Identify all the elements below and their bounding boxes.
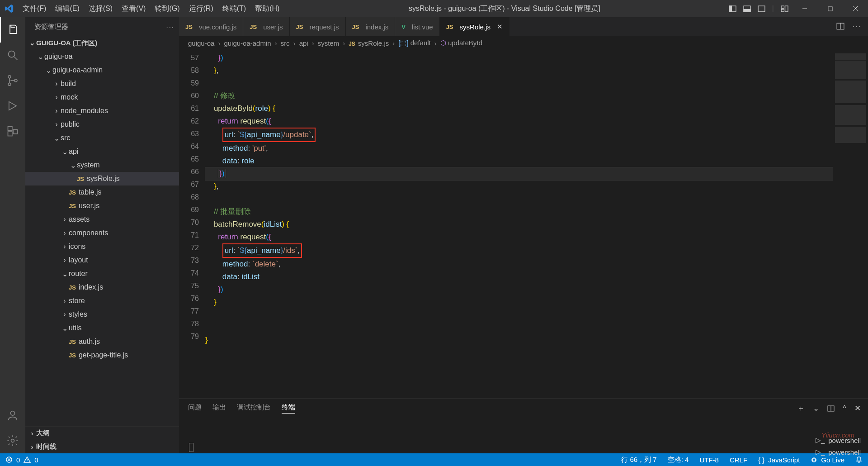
tree-item[interactable]: JSindex.js <box>25 281 179 294</box>
file-tree[interactable]: ⌄guigu-oa⌄guigu-oa-admin›build›mock›node… <box>25 50 179 426</box>
panel-tab[interactable]: 终端 <box>282 403 295 414</box>
menu-item[interactable]: 终端(T) <box>218 4 250 14</box>
close-tab-icon[interactable]: ✕ <box>497 23 503 31</box>
tree-item[interactable]: ›components <box>25 226 179 240</box>
terminal-dropdown-icon[interactable]: ⌄ <box>813 404 819 413</box>
maximize-button[interactable] <box>817 0 843 17</box>
tree-item[interactable]: ⌄utils <box>25 321 179 335</box>
panel-tab[interactable]: 输出 <box>212 403 226 414</box>
extensions-icon[interactable] <box>0 119 25 144</box>
breadcrumb-item[interactable]: src <box>281 39 290 47</box>
tree-item[interactable]: JSsysRole.js <box>25 172 179 185</box>
tree-item[interactable]: ›public <box>25 118 179 131</box>
minimap[interactable] <box>833 50 868 398</box>
panel-tab[interactable]: 问题 <box>188 403 202 414</box>
editor-tab[interactable]: Vlist.vue <box>395 17 439 36</box>
editor-tab[interactable]: JSvue.config.js <box>179 17 243 36</box>
breadcrumb-item[interactable]: guigu-oa-admin <box>224 39 271 47</box>
more-icon[interactable]: ··· <box>166 23 175 31</box>
new-terminal-icon[interactable]: ＋ <box>797 403 805 414</box>
svg-line-13 <box>14 57 18 60</box>
explorer-icon[interactable] <box>0 17 25 43</box>
svg-rect-7 <box>781 9 784 11</box>
tree-item[interactable]: ›layout <box>25 253 179 267</box>
menu-item[interactable]: 运行(R) <box>184 4 218 14</box>
settings-gear-icon[interactable] <box>0 428 25 453</box>
maximize-panel-icon[interactable]: ^ <box>843 404 846 413</box>
menu-item[interactable]: 查看(V) <box>117 4 150 14</box>
menu-item[interactable]: 帮助(H) <box>250 4 284 14</box>
tree-item[interactable]: JSget-page-title.js <box>25 348 179 362</box>
status-encoding[interactable]: UTF-8 <box>694 453 724 466</box>
menu-item[interactable]: 选择(S) <box>84 4 117 14</box>
svg-rect-18 <box>8 132 12 136</box>
svg-rect-3 <box>744 9 750 11</box>
tree-item[interactable]: ⌄src <box>25 131 179 145</box>
close-panel-icon[interactable]: ✕ <box>854 404 861 413</box>
editor-tab[interactable]: JSindex.js <box>346 17 396 36</box>
tree-item[interactable]: ›styles <box>25 308 179 321</box>
customize-layout-icon[interactable] <box>780 5 788 13</box>
split-terminal-icon[interactable] <box>827 405 835 412</box>
status-language[interactable]: { }JavaScript <box>753 453 805 466</box>
breadcrumb-item[interactable]: api <box>299 39 308 47</box>
search-icon[interactable] <box>0 43 25 68</box>
tree-item[interactable]: JSauth.js <box>25 335 179 348</box>
layout-bottom-icon[interactable] <box>743 5 751 13</box>
status-position[interactable]: 行 66，列 7 <box>616 453 662 466</box>
accounts-icon[interactable] <box>0 403 25 428</box>
editor-tab[interactable]: JSrequest.js <box>290 17 346 36</box>
tree-item[interactable]: JSuser.js <box>25 199 179 213</box>
tree-item[interactable]: ⌄system <box>25 158 179 172</box>
layout-right-icon[interactable] <box>758 5 766 13</box>
tree-item[interactable]: ›icons <box>25 240 179 253</box>
breadcrumb-item[interactable]: system <box>318 39 340 47</box>
js-file-icon: JS <box>69 338 76 345</box>
svg-rect-17 <box>8 127 12 131</box>
tree-item[interactable]: ⌄guigu-oa <box>25 50 179 63</box>
breadcrumb-item[interactable]: guigu-oa <box>188 39 214 47</box>
layout-left-icon[interactable] <box>729 5 737 13</box>
code-area[interactable]: }) }, // 修改 updateById(role) { return re… <box>205 50 833 398</box>
editor-tabs: JSvue.config.jsJSuser.jsJSrequest.jsJSin… <box>179 17 868 36</box>
split-editor-icon[interactable] <box>836 22 844 31</box>
tree-item[interactable]: ⌄guigu-oa-admin <box>25 63 179 77</box>
watermark: Yiiucn.com <box>821 431 854 439</box>
breadcrumb[interactable]: guigu-oa›guigu-oa-admin›src›api›system›J… <box>179 36 868 50</box>
status-errors[interactable]: 0 0 <box>0 453 44 466</box>
panel-tab[interactable]: 调试控制台 <box>237 403 271 414</box>
menu-item[interactable]: 编辑(E) <box>51 4 84 14</box>
svg-point-15 <box>8 83 11 86</box>
tree-item[interactable]: ›mock <box>25 90 179 104</box>
terminal-list-item[interactable]: ▷_ powershell <box>816 448 861 456</box>
source-control-icon[interactable] <box>0 68 25 93</box>
vscode-logo-icon <box>0 4 18 14</box>
editor-tab[interactable]: JSsysRole.js✕ <box>440 17 509 36</box>
tree-item[interactable]: JStable.js <box>25 185 179 199</box>
breadcrumb-item[interactable]: JSsysRole.js <box>349 39 389 47</box>
tree-item[interactable]: ›node_modules <box>25 104 179 118</box>
run-debug-icon[interactable] <box>0 93 25 119</box>
breadcrumb-item[interactable]: [⬚] default <box>398 39 431 47</box>
tree-item[interactable]: ⌄api <box>25 145 179 158</box>
tree-item[interactable]: ⌄router <box>25 267 179 281</box>
svg-rect-1 <box>729 6 731 12</box>
menu-item[interactable]: 文件(F) <box>18 4 51 14</box>
status-eol[interactable]: CRLF <box>724 453 753 466</box>
js-file-icon: JS <box>69 203 76 209</box>
breadcrumb-item[interactable]: ⬡ updateById <box>440 39 482 47</box>
js-file-icon: JS <box>69 352 76 359</box>
more-actions-icon[interactable]: ··· <box>853 22 862 31</box>
minimize-button[interactable] <box>792 0 817 17</box>
tree-item[interactable]: ›store <box>25 294 179 308</box>
editor-tab[interactable]: JSuser.js <box>243 17 289 36</box>
editor[interactable]: 5758596061626364656667686970717273747576… <box>179 50 868 398</box>
outline-section[interactable]: 大纲 <box>36 429 50 437</box>
svg-rect-19 <box>13 130 17 134</box>
status-spaces[interactable]: 空格: 4 <box>662 453 694 466</box>
tree-item[interactable]: ›assets <box>25 213 179 226</box>
tree-item[interactable]: ›build <box>25 77 179 90</box>
timeline-section[interactable]: 时间线 <box>36 442 57 451</box>
menu-item[interactable]: 转到(G) <box>150 4 184 14</box>
close-button[interactable] <box>843 0 868 17</box>
